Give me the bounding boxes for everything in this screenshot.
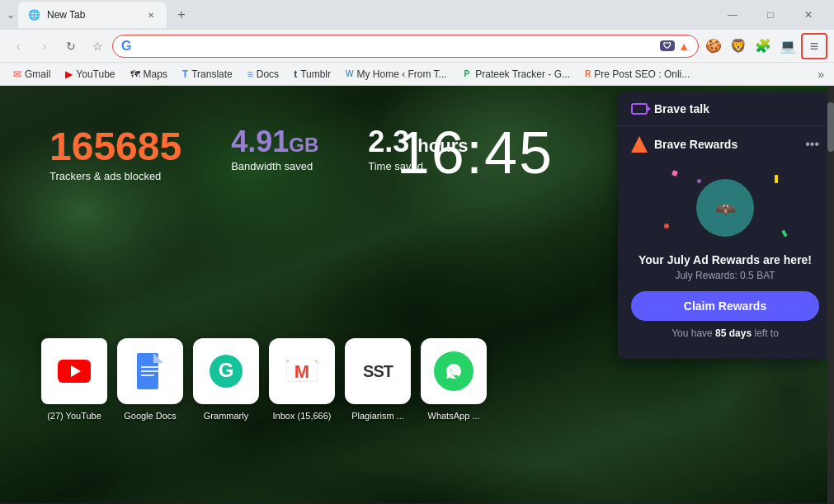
docs-label: Docs <box>257 68 279 80</box>
translate-favicon: T <box>182 68 188 80</box>
forward-btn[interactable]: › <box>33 35 56 58</box>
minimize-btn[interactable]: — <box>714 2 752 28</box>
refresh-btn[interactable]: ↻ <box>59 35 82 58</box>
nav-right-buttons: 🍪 🦁 🧩 💻 ≡ <box>702 33 827 59</box>
bookmark-prateek[interactable]: P Prateek Tracker - G... <box>455 67 577 82</box>
maximize-btn[interactable]: □ <box>752 2 789 28</box>
brave-extension-btn[interactable]: 🦁 <box>727 35 750 58</box>
maps-label: Maps <box>144 68 167 80</box>
extensions-btn[interactable]: 🧩 <box>752 35 775 58</box>
july-rewards-text: July Rewards: 0.5 BAT <box>631 270 819 281</box>
prepost-label: Pre Post SEO : Onli... <box>594 68 690 80</box>
youtube-play-icon <box>58 360 91 383</box>
shortcut-grammarly[interactable]: G Grammarly <box>193 338 259 421</box>
svg-text:G: G <box>219 359 234 381</box>
new-tab-btn[interactable]: + <box>170 3 193 26</box>
bookmark-prepost[interactable]: R Pre Post SEO : Onli... <box>578 67 696 82</box>
shortcut-youtube[interactable]: (27) YouTube <box>41 338 107 421</box>
prepost-favicon: R <box>585 69 591 78</box>
clock-display: 16:45 <box>397 119 554 186</box>
brave-triangle-icon <box>631 136 648 153</box>
main-content: 165685 Trackers & ads blocked 4.91GB Ban… <box>0 86 834 503</box>
shortcut-plagiarism[interactable]: SST Plagiarism ... <box>345 338 411 421</box>
svg-text:M: M <box>294 361 309 382</box>
bandwidth-label: Bandwidth saved <box>231 160 318 172</box>
brave-rewards-title: Brave Rewards <box>654 138 799 151</box>
grammarly-label: Grammarly <box>204 411 248 421</box>
whatsapp-label: WhatsApp ... <box>428 411 480 421</box>
bookmark-btn[interactable]: ☆ <box>86 35 109 58</box>
sst-text: SST <box>363 362 393 381</box>
googledocs-icon <box>117 338 183 404</box>
title-bar: ⌄ 🌐 New Tab ✕ + — □ ✕ <box>0 0 834 30</box>
bookmark-translate[interactable]: T Translate <box>176 67 239 82</box>
trackers-stat: 165685 Trackers & ads blocked <box>49 127 181 182</box>
myhome-favicon: W <box>346 69 353 78</box>
grammarly-svg: G <box>206 351 246 391</box>
google-icon: G <box>121 39 131 54</box>
tab-title: New Tab <box>47 9 85 21</box>
youtube-label: YouTube <box>76 68 115 80</box>
brave-talk-icon <box>631 103 648 115</box>
scrollbar-thumb[interactable] <box>827 102 834 152</box>
shortcuts-section: (27) YouTube Google Docs G <box>41 338 487 421</box>
active-tab[interactable]: 🌐 New Tab ✕ <box>18 2 167 28</box>
brave-rewards-header: Brave Rewards ••• <box>631 136 819 153</box>
trackers-number: 165685 <box>49 127 181 167</box>
brave-talk-header: Brave talk <box>618 92 832 126</box>
bookmark-docs[interactable]: ≡ Docs <box>241 67 285 82</box>
back-btn[interactable]: ‹ <box>7 35 30 58</box>
tab-close-btn[interactable]: ✕ <box>145 9 157 21</box>
navigation-bar: ‹ › ↻ ☆ G 🛡 ▲ 🍪 🦁 🧩 💻 ≡ <box>0 30 834 63</box>
close-window-btn[interactable]: ✕ <box>789 2 827 28</box>
bookmark-maps[interactable]: 🗺 Maps <box>124 67 174 82</box>
shortcut-inbox[interactable]: M Inbox (15,666) <box>269 338 335 421</box>
svg-rect-3 <box>141 370 159 372</box>
confetti-5 <box>664 224 669 228</box>
tumblr-favicon: t <box>294 68 297 80</box>
docs-svg <box>135 353 165 389</box>
brave-rewards-section: Brave Rewards ••• 🦇 Your July Ad Rewards… <box>618 126 832 346</box>
maps-favicon: 🗺 <box>130 68 140 80</box>
bookmarks-more-btn[interactable]: » <box>814 66 827 82</box>
confetti-4 <box>781 230 787 238</box>
confetti-2 <box>775 175 778 183</box>
cast-btn[interactable]: 💻 <box>776 35 799 58</box>
brave-panel: Brave talk Brave Rewards ••• 🦇 <box>618 92 832 359</box>
bookmark-youtube[interactable]: ▶ YouTube <box>59 67 121 82</box>
main-menu-btn[interactable]: ≡ <box>801 33 827 59</box>
gmail-favicon: ✉ <box>13 68 21 80</box>
scrollbar[interactable] <box>827 86 834 503</box>
address-bar-icons: 🛡 ▲ <box>660 40 690 53</box>
bookmark-tumblr[interactable]: t Tumblr <box>287 67 337 82</box>
bookmark-gmail[interactable]: ✉ Gmail <box>7 67 57 82</box>
shortcut-whatsapp[interactable]: WhatsApp ... <box>421 338 487 421</box>
cookie-icon-btn[interactable]: 🍪 <box>702 35 725 58</box>
myhome-label: My Home ‹ From T... <box>356 68 446 80</box>
tab-favicon: 🌐 <box>28 9 40 21</box>
prateek-favicon: P <box>462 68 473 79</box>
bookmark-myhome[interactable]: W My Home ‹ From T... <box>339 67 454 82</box>
address-bar[interactable]: G 🛡 ▲ <box>112 35 699 58</box>
window-controls: — □ ✕ <box>714 2 827 28</box>
brave-rewards-btn[interactable]: ▲ <box>678 40 690 53</box>
confetti-3 <box>697 179 701 183</box>
claim-rewards-btn[interactable]: Claim Rewards <box>631 291 819 321</box>
days-left-text: You have 85 days left to <box>631 327 819 339</box>
more-tabs-btn[interactable]: ⌄ <box>7 9 15 21</box>
bandwidth-stat: 4.91GB Bandwidth saved <box>231 127 318 172</box>
brave-shield-btn[interactable]: 🛡 <box>660 40 675 51</box>
ad-rewards-title: Your July Ad Rewards are here! <box>631 253 819 266</box>
svg-text:🦇: 🦇 <box>715 199 736 219</box>
inbox-label: Inbox (15,666) <box>273 411 332 421</box>
youtube-favicon: ▶ <box>65 68 73 80</box>
rewards-more-btn[interactable]: ••• <box>805 137 819 152</box>
googledocs-label: Google Docs <box>124 411 177 421</box>
bandwidth-number: 4.91GB <box>231 127 318 157</box>
trackers-label: Trackers & ads blocked <box>49 170 181 182</box>
gmail-label: Gmail <box>25 68 50 80</box>
docs-favicon: ≡ <box>247 68 253 80</box>
prateek-label: Prateek Tracker - G... <box>475 68 570 80</box>
whatsapp-icon <box>421 338 487 404</box>
shortcut-googledocs[interactable]: Google Docs <box>117 338 183 421</box>
